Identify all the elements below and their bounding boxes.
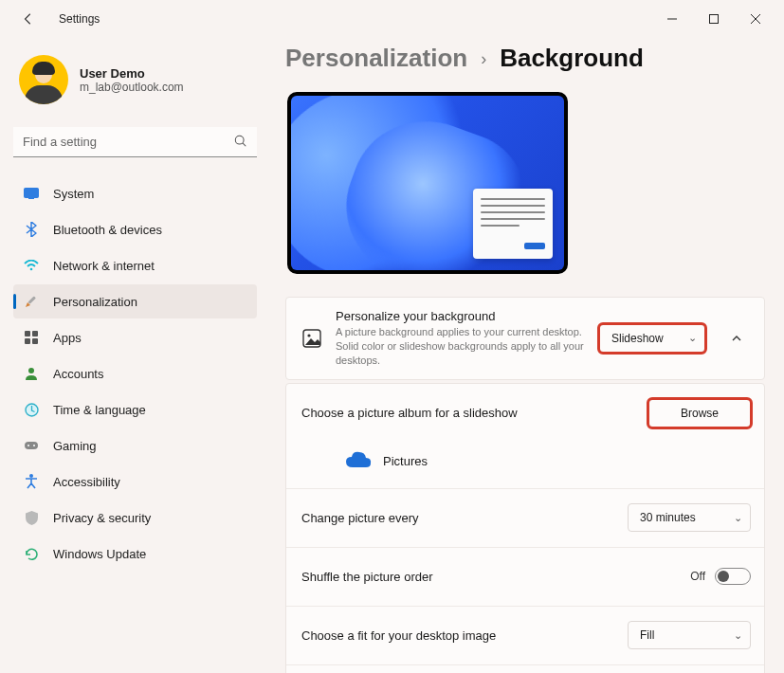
change-every-dropdown[interactable]: 30 minutes ⌄ (628, 503, 751, 532)
folder-name: Pictures (383, 454, 428, 468)
desktop-preview (287, 92, 568, 274)
sidebar-item-time[interactable]: Time & language (13, 392, 257, 427)
sidebar-item-personalization[interactable]: Personalization (13, 284, 257, 318)
svg-point-16 (33, 445, 35, 446)
svg-point-19 (307, 334, 310, 336)
svg-point-6 (30, 268, 33, 271)
dropdown-value: Slideshow (611, 332, 664, 345)
breadcrumb-parent[interactable]: Personalization (285, 44, 467, 73)
personalize-desc: A picture background applies to your cur… (336, 325, 586, 368)
minimize-button[interactable] (651, 4, 693, 34)
selected-folder-row: Pictures (286, 443, 764, 488)
window-title: Settings (59, 12, 100, 26)
breadcrumb-current: Background (500, 44, 644, 73)
window-controls (651, 4, 776, 34)
svg-rect-14 (25, 442, 38, 449)
chevron-right-icon: › (481, 49, 486, 69)
svg-rect-9 (32, 331, 38, 336)
svg-rect-1 (710, 15, 719, 24)
collapse-button[interactable] (722, 324, 751, 353)
background-mode-dropdown[interactable]: Slideshow ⌄ (599, 324, 705, 353)
nav-label: Accounts (53, 367, 103, 381)
svg-point-17 (29, 474, 33, 478)
shield-icon (23, 509, 40, 526)
sidebar-item-accessibility[interactable]: Accessibility (13, 464, 257, 499)
user-name: User Demo (80, 66, 184, 81)
update-icon (23, 545, 40, 562)
sidebar-item-system[interactable]: System (13, 176, 257, 210)
sidebar-item-privacy[interactable]: Privacy & security (13, 500, 257, 535)
search-icon (234, 135, 247, 152)
nav: System Bluetooth & devices Network & int… (13, 176, 257, 571)
image-icon (301, 329, 322, 348)
nav-label: Privacy & security (53, 511, 151, 525)
nav-label: Time & language (53, 403, 146, 417)
fit-dropdown[interactable]: Fill ⌄ (628, 621, 751, 649)
shuffle-title: Shuffle the picture order (301, 570, 677, 584)
bluetooth-icon (23, 221, 40, 238)
nav-label: Bluetooth & devices (53, 223, 162, 237)
chevron-down-icon: ⌄ (734, 512, 742, 524)
choose-album-title: Choose a picture album for a slideshow (301, 406, 635, 420)
chevron-down-icon: ⌄ (688, 332, 697, 344)
paintbrush-icon (23, 293, 40, 310)
dropdown-value: Fill (640, 628, 654, 642)
system-icon (23, 185, 40, 202)
clock-icon (23, 401, 40, 418)
svg-line-3 (243, 143, 246, 146)
chevron-down-icon: ⌄ (734, 629, 742, 642)
nav-label: Apps (53, 331, 82, 345)
user-email: m_lab@outlook.com (80, 81, 184, 94)
svg-rect-7 (27, 296, 35, 303)
fit-title: Choose a fit for your desktop image (301, 628, 614, 643)
apps-icon (23, 329, 40, 346)
shuffle-state-label: Off (690, 570, 705, 583)
nav-label: Gaming (53, 439, 97, 453)
user-account-row[interactable]: User Demo m_lab@outlook.com (19, 55, 257, 104)
svg-rect-10 (25, 338, 30, 344)
sidebar-item-network[interactable]: Network & internet (13, 248, 257, 282)
nav-label: Personalization (53, 295, 137, 309)
svg-point-15 (27, 445, 29, 446)
svg-point-2 (235, 136, 244, 144)
sidebar-item-gaming[interactable]: Gaming (13, 428, 257, 463)
gaming-icon (23, 437, 40, 454)
svg-rect-8 (25, 331, 30, 336)
svg-rect-11 (32, 338, 38, 344)
sidebar-item-accounts[interactable]: Accounts (13, 356, 257, 391)
close-button[interactable] (735, 4, 776, 34)
accessibility-icon (23, 473, 40, 490)
back-button[interactable] (13, 4, 44, 34)
wifi-icon (23, 257, 40, 274)
sidebar-item-update[interactable]: Windows Update (13, 537, 257, 571)
search-input[interactable] (13, 127, 257, 157)
slideshow-settings-card: Choose a picture album for a slideshow B… (285, 383, 765, 673)
sidebar: User Demo m_lab@outlook.com System Bluet… (0, 38, 270, 673)
content-area: Personalization › Background Personalize (270, 38, 784, 673)
svg-rect-4 (25, 189, 39, 198)
titlebar: Settings (0, 0, 784, 38)
svg-rect-5 (28, 198, 34, 199)
change-every-title: Change picture every (301, 511, 614, 525)
nav-label: Windows Update (53, 547, 146, 561)
nav-label: Accessibility (53, 475, 120, 489)
person-icon (23, 365, 40, 382)
sidebar-item-bluetooth[interactable]: Bluetooth & devices (13, 212, 257, 246)
dropdown-value: 30 minutes (640, 511, 696, 524)
avatar (19, 55, 68, 104)
nav-label: System (53, 187, 94, 201)
personalize-title: Personalize your background (336, 309, 586, 323)
maximize-button[interactable] (693, 4, 735, 34)
cloud-folder-icon (345, 450, 372, 473)
nav-label: Network & internet (53, 259, 155, 273)
shuffle-toggle[interactable] (715, 568, 751, 585)
browse-button[interactable]: Browse (648, 399, 751, 427)
breadcrumb: Personalization › Background (285, 44, 765, 73)
personalize-background-card: Personalize your background A picture ba… (285, 297, 765, 380)
svg-point-12 (28, 368, 34, 373)
search-box (13, 127, 257, 157)
sidebar-item-apps[interactable]: Apps (13, 320, 257, 355)
